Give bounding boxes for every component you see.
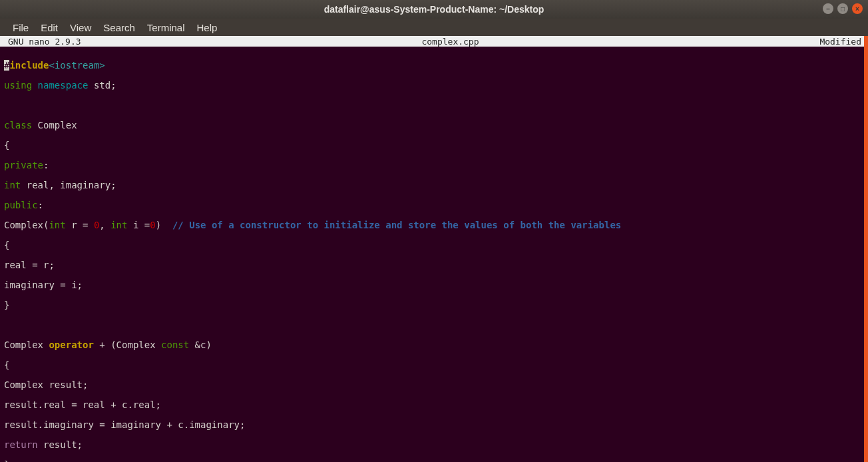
window-controls: – □ × [823, 3, 863, 14]
maximize-button[interactable]: □ [837, 3, 848, 14]
code-line [4, 101, 864, 111]
code-line [4, 320, 864, 330]
code-line: private: [4, 160, 864, 170]
code-line: result.real = real + c.real; [4, 400, 864, 410]
code-line: int real, imaginary; [4, 180, 864, 190]
menu-terminal[interactable]: Terminal [141, 22, 191, 33]
code-line: Complex operator + (Complex const &c) [4, 340, 864, 350]
nano-filename: complex.cpp [81, 37, 820, 47]
code-line: } [4, 300, 864, 310]
code-line: { [4, 140, 864, 150]
code-line: return result; [4, 440, 864, 450]
editor-area[interactable]: #include<iostream> using namespace std; … [0, 47, 868, 462]
code-line: #include<iostream> [4, 61, 864, 71]
nano-status-bar: GNU nano 2.9.3 complex.cpp Modified [0, 36, 868, 47]
code-line: { [4, 240, 864, 250]
nano-version: GNU nano 2.9.3 [0, 37, 81, 47]
code-line: Complex(int r = 0, int i =0) // Use of a… [4, 220, 864, 230]
window-title-bar: dataflair@asus-System-Product-Name: ~/De… [0, 0, 868, 19]
menu-bar: File Edit View Search Terminal Help [0, 19, 868, 36]
nano-modified: Modified [819, 37, 868, 47]
menu-view[interactable]: View [64, 22, 97, 33]
scrollbar[interactable] [864, 36, 868, 462]
window-title: dataflair@asus-System-Product-Name: ~/De… [0, 4, 868, 15]
code-line: class Complex [4, 120, 864, 130]
minimize-button[interactable]: – [823, 3, 833, 14]
menu-file[interactable]: File [7, 22, 35, 33]
code-line: { [4, 360, 864, 370]
code-line: public: [4, 200, 864, 210]
code-line: Complex result; [4, 380, 864, 390]
code-line: result.imaginary = imaginary + c.imagina… [4, 420, 864, 430]
code-line: using namespace std; [4, 81, 864, 91]
menu-edit[interactable]: Edit [35, 22, 64, 33]
code-line: imaginary = i; [4, 280, 864, 290]
code-line: real = r; [4, 260, 864, 270]
menu-help[interactable]: Help [191, 22, 224, 33]
menu-search[interactable]: Search [97, 22, 141, 33]
close-button[interactable]: × [852, 3, 863, 14]
